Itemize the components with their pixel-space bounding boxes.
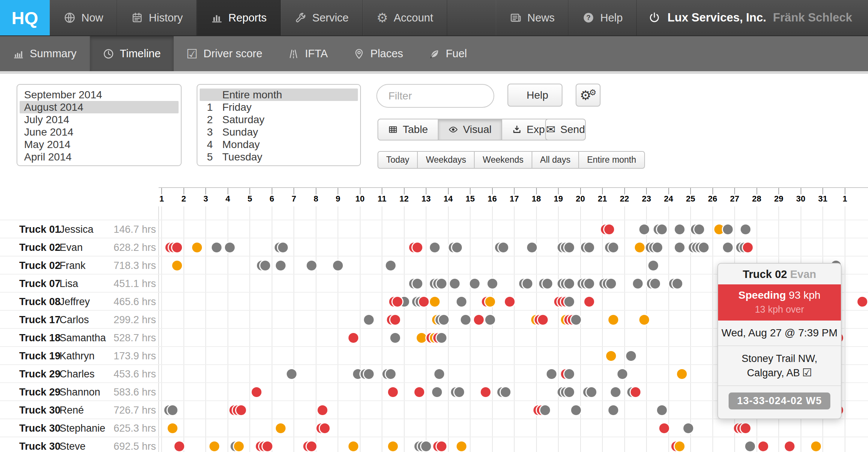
event-dot[interactable]: [260, 261, 270, 270]
event-dot[interactable]: [236, 405, 246, 415]
event-dot[interactable]: [333, 261, 343, 270]
event-dot[interactable]: [487, 279, 497, 289]
event-dot[interactable]: [608, 405, 618, 415]
event-dot[interactable]: [540, 405, 550, 415]
day-option[interactable]: Entire month: [200, 89, 358, 101]
event-dot[interactable]: [606, 351, 616, 361]
event-dot[interactable]: [683, 423, 693, 433]
event-dot[interactable]: [437, 333, 446, 343]
hq-logo[interactable]: HQ: [0, 0, 50, 35]
event-dot[interactable]: [481, 387, 491, 397]
month-option[interactable]: August 2014: [20, 101, 179, 113]
event-dot[interactable]: [501, 387, 510, 397]
nav-item-news[interactable]: News: [496, 0, 569, 35]
event-dot[interactable]: [414, 387, 424, 397]
event-dot[interactable]: [430, 243, 440, 252]
event-dot[interactable]: [657, 224, 667, 234]
event-dot[interactable]: [699, 243, 709, 252]
event-dot[interactable]: [606, 279, 616, 289]
event-dot[interactable]: [234, 441, 244, 451]
event-dot[interactable]: [523, 279, 532, 289]
event-dot[interactable]: [587, 387, 596, 397]
event-dot[interactable]: [419, 297, 429, 307]
event-dot[interactable]: [675, 224, 685, 234]
tab-timeline[interactable]: Timeline: [90, 36, 174, 71]
lsd-badge[interactable]: 13-33-024-02 W5: [729, 392, 830, 409]
event-dot[interactable]: [714, 224, 724, 234]
range-button-all-days[interactable]: All days: [532, 151, 579, 169]
event-dot[interactable]: [388, 441, 398, 451]
event-dot[interactable]: [527, 243, 537, 252]
event-dot[interactable]: [168, 405, 177, 415]
day-option[interactable]: 5Tuesday: [200, 151, 358, 163]
event-dot[interactable]: [209, 441, 219, 451]
event-dot[interactable]: [617, 369, 627, 379]
event-dot[interactable]: [571, 315, 581, 325]
day-option[interactable]: 1Friday: [200, 101, 358, 113]
tab-driver-score[interactable]: ☑Driver score: [174, 36, 275, 71]
event-dot[interactable]: [430, 297, 440, 307]
event-dot[interactable]: [564, 387, 574, 397]
visual-view-button[interactable]: Visual: [438, 119, 502, 140]
event-dot[interactable]: [432, 387, 442, 397]
event-dot[interactable]: [538, 315, 548, 325]
event-dot[interactable]: [318, 405, 327, 415]
tab-fuel[interactable]: Fuel: [416, 36, 480, 71]
event-dot[interactable]: [364, 315, 374, 325]
event-dot[interactable]: [276, 423, 286, 433]
range-button-today[interactable]: Today: [377, 151, 418, 169]
event-dot[interactable]: [263, 441, 272, 451]
event-dot[interactable]: [174, 441, 184, 451]
event-dot[interactable]: [659, 423, 669, 433]
month-option[interactable]: June 2014: [20, 126, 179, 138]
nav-item-now[interactable]: Now: [50, 0, 117, 35]
month-option[interactable]: September 2014: [20, 89, 179, 101]
event-dot[interactable]: [608, 243, 618, 252]
event-dot[interactable]: [564, 297, 574, 307]
event-dot[interactable]: [639, 315, 649, 325]
event-dot[interactable]: [393, 297, 402, 307]
nav-item-account[interactable]: ⚙Account: [363, 0, 447, 35]
event-dot[interactable]: [723, 224, 733, 234]
event-dot[interactable]: [745, 441, 755, 451]
event-dot[interactable]: [390, 333, 400, 343]
day-option[interactable]: 2Saturday: [200, 113, 358, 126]
event-dot[interactable]: [639, 224, 649, 234]
event-dot[interactable]: [454, 387, 464, 397]
month-option[interactable]: May 2014: [20, 138, 179, 151]
event-dot[interactable]: [212, 243, 222, 252]
event-dot[interactable]: [672, 279, 682, 289]
range-button-entire-month[interactable]: Entire month: [578, 151, 645, 169]
month-option[interactable]: July 2014: [20, 113, 179, 126]
event-dot[interactable]: [811, 441, 821, 451]
event-dot[interactable]: [743, 243, 753, 252]
event-dot[interactable]: [348, 333, 358, 343]
event-dot[interactable]: [631, 387, 640, 397]
event-dot[interactable]: [413, 243, 422, 252]
send-button[interactable]: ✉ Send: [545, 119, 586, 140]
verified-location-icon[interactable]: ☑: [802, 366, 812, 379]
event-dot[interactable]: [450, 279, 460, 289]
event-dot[interactable]: [542, 279, 552, 289]
event-dot[interactable]: [723, 243, 733, 252]
event-dot[interactable]: [675, 243, 685, 252]
settings-button[interactable]: ⚙⚙: [576, 84, 601, 107]
nav-item-history[interactable]: History: [117, 0, 197, 35]
event-dot[interactable]: [172, 261, 182, 270]
nav-item-help[interactable]: ?Help: [568, 0, 637, 35]
event-dot[interactable]: [547, 369, 556, 379]
account-menu[interactable]: Lux Services, Inc. Fränk Schleck: [637, 0, 868, 35]
event-dot[interactable]: [192, 243, 202, 252]
nav-item-reports[interactable]: Reports: [197, 0, 281, 35]
tab-places[interactable]: Places: [341, 36, 416, 71]
event-dot[interactable]: [320, 423, 330, 433]
event-dot[interactable]: [287, 369, 296, 379]
event-dot[interactable]: [386, 369, 396, 379]
event-dot[interactable]: [434, 369, 444, 379]
event-dot[interactable]: [626, 351, 636, 361]
event-dot[interactable]: [172, 243, 182, 252]
event-dot[interactable]: [421, 441, 431, 451]
event-dot[interactable]: [604, 224, 614, 234]
event-dot[interactable]: [413, 279, 422, 289]
tab-ifta[interactable]: IFTA: [275, 36, 341, 71]
